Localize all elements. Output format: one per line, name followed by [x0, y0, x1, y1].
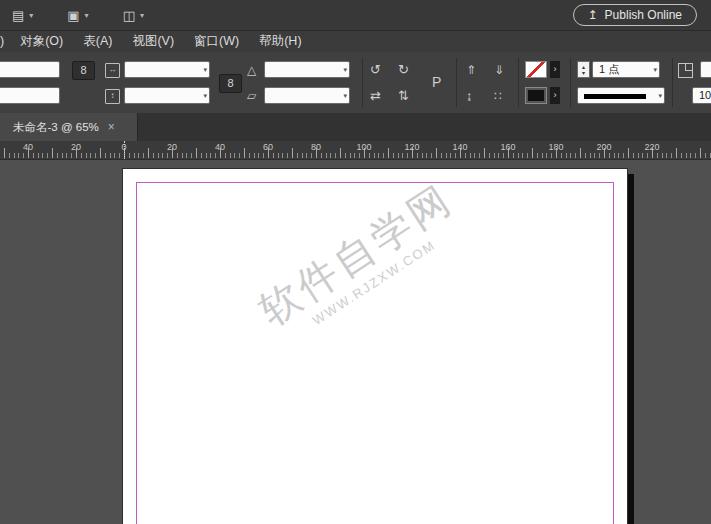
space-below-icon[interactable]: ⇓ — [494, 64, 504, 76]
stroke-options-button[interactable]: › — [550, 87, 560, 104]
ruler-number: 20 — [157, 142, 187, 152]
solid-stroke-preview — [584, 94, 646, 99]
panel-divider — [362, 58, 363, 107]
rotation-angle-icon: △ — [247, 64, 256, 76]
ruler-number: 180 — [541, 142, 571, 152]
document-tab[interactable]: 未命名-3 @ 65% × — [0, 113, 138, 141]
screen-mode-button[interactable]: ▣ ▾ — [63, 6, 92, 25]
grid-dots-icon[interactable]: ∷ — [494, 90, 502, 102]
chevron-down-icon: ▾ — [85, 11, 89, 20]
ruler-number: 40 — [13, 142, 43, 152]
ruler-number: 80 — [301, 142, 331, 152]
menu-item-window[interactable]: 窗口(W) — [184, 31, 249, 52]
ruler-number: 20 — [61, 142, 91, 152]
panel-divider — [518, 58, 519, 107]
pasteboard[interactable]: 软件自学网 WWW.RJZXW.COM — [0, 160, 711, 524]
chevron-down-icon: ▾ — [140, 11, 144, 20]
menu-bar: ) 对象(O) 表(A) 视图(V) 窗口(W) 帮助(H) — [0, 31, 711, 52]
rotate-cw-button[interactable]: ↻ — [398, 63, 409, 76]
publish-online-label: Publish Online — [605, 8, 682, 22]
corner-size-field[interactable]: 10 — [692, 87, 711, 104]
flip-horizontal-button[interactable]: ⇄ — [370, 89, 381, 102]
document-page[interactable]: 软件自学网 WWW.RJZXW.COM — [122, 168, 628, 524]
constrain-link-icon[interactable]: 8 — [72, 61, 95, 80]
ruler-number: 0 — [109, 142, 139, 152]
rotate-ccw-button[interactable]: ↺ — [370, 63, 381, 76]
corner-options-icon[interactable] — [678, 63, 693, 78]
menu-item-table[interactable]: 表(A) — [73, 31, 122, 52]
arrange-documents-button[interactable]: ◫ ▾ — [119, 6, 148, 25]
scale-y-glyph: ↕ — [111, 91, 115, 100]
stroke-color-swatch[interactable] — [525, 87, 547, 104]
chevron-down-icon: ▾ — [203, 66, 207, 73]
upload-icon: ↥ — [588, 9, 598, 21]
stroke-style-dropdown[interactable]: ▾ — [577, 87, 665, 104]
constrain-scale-link-icon[interactable]: 8 — [219, 74, 242, 93]
fill-color-swatch[interactable] — [525, 61, 547, 78]
scale-y-field[interactable]: ▾ — [124, 87, 210, 104]
workspace-switcher-button[interactable]: ▤ ▾ — [8, 6, 37, 25]
clipped-field-1[interactable] — [700, 61, 711, 78]
shear-angle-field[interactable]: ▾ — [264, 87, 350, 104]
ruler-number: 220 — [637, 142, 667, 152]
shear-angle-icon: ▱ — [247, 90, 256, 102]
transform-field-1[interactable] — [0, 61, 60, 78]
document-tab-bar: 未命名-3 @ 65% × — [0, 113, 711, 142]
scale-x-glyph: ↔ — [109, 65, 117, 74]
menu-item-partial[interactable]: ) — [0, 31, 10, 52]
rotation-angle-field[interactable]: ▾ — [264, 61, 350, 78]
ruler-number: 160 — [493, 142, 523, 152]
workspace-icon: ▤ — [12, 8, 24, 23]
chevron-down-icon: ▾ — [29, 11, 33, 20]
fill-options-button[interactable]: › — [550, 61, 560, 78]
stroke-weight-field[interactable]: 1 点 ▾ — [592, 61, 660, 78]
stroke-weight-stepper[interactable]: ▴ ▾ — [577, 61, 590, 78]
stroke-weight-value: 1 点 — [599, 63, 619, 75]
panel-divider — [570, 58, 571, 107]
indesign-window: ▤ ▾ ▣ ▾ ◫ ▾ ↥ Publish Online ) 对象(O) 表(A… — [0, 0, 711, 524]
ruler-number: 120 — [397, 142, 427, 152]
panel-divider — [672, 58, 673, 107]
ruler-number: 140 — [445, 142, 475, 152]
close-icon[interactable]: × — [108, 120, 115, 134]
horizontal-ruler[interactable]: 40 20 0 20 40 60 80 100 120 140 160 180 … — [0, 141, 711, 160]
menu-item-help[interactable]: 帮助(H) — [249, 31, 311, 52]
publish-online-button[interactable]: ↥ Publish Online — [573, 4, 697, 26]
ruler-number: 200 — [589, 142, 619, 152]
ruler-number: 100 — [349, 142, 379, 152]
chevron-down-icon: ▾ — [658, 92, 662, 99]
document-tab-title: 未命名-3 @ 65% — [13, 120, 99, 135]
control-panel: 8 ↔ ▾ ↕ ▾ 8 △ ▾ ▱ ▾ ↺ ↻ ⇄ ⇅ P ⇑ ⇓ ↨ ∷ — [0, 52, 711, 114]
application-bar: ▤ ▾ ▣ ▾ ◫ ▾ ↥ Publish Online — [0, 0, 711, 31]
screen-mode-icon: ▣ — [67, 8, 79, 23]
arrange-documents-icon: ◫ — [123, 8, 135, 23]
scale-x-field[interactable]: ▾ — [124, 61, 210, 78]
space-above-icon[interactable]: ⇑ — [466, 64, 476, 76]
flip-vertical-button[interactable]: ⇅ — [398, 89, 409, 102]
chevron-down-icon: ▾ — [203, 92, 207, 99]
chevron-down-icon: ▾ — [653, 66, 657, 73]
panel-divider — [456, 58, 457, 107]
ruler-number: 60 — [253, 142, 283, 152]
scale-x-icon: ↔ — [105, 63, 120, 78]
menu-item-view[interactable]: 视图(V) — [122, 31, 184, 52]
paragraph-formatting-button[interactable]: P — [432, 75, 441, 89]
chevron-down-icon: ▾ — [343, 66, 347, 73]
transform-field-2[interactable] — [0, 87, 60, 104]
chevron-down-icon: ▾ — [343, 92, 347, 99]
ruler-number: 40 — [205, 142, 235, 152]
stepper-down-icon: ▾ — [582, 70, 585, 76]
scale-y-icon: ↕ — [105, 89, 120, 104]
menu-item-object[interactable]: 对象(O) — [10, 31, 73, 52]
corner-size-value: 10 — [699, 89, 711, 101]
vertical-scale-icon[interactable]: ↨ — [466, 90, 472, 102]
